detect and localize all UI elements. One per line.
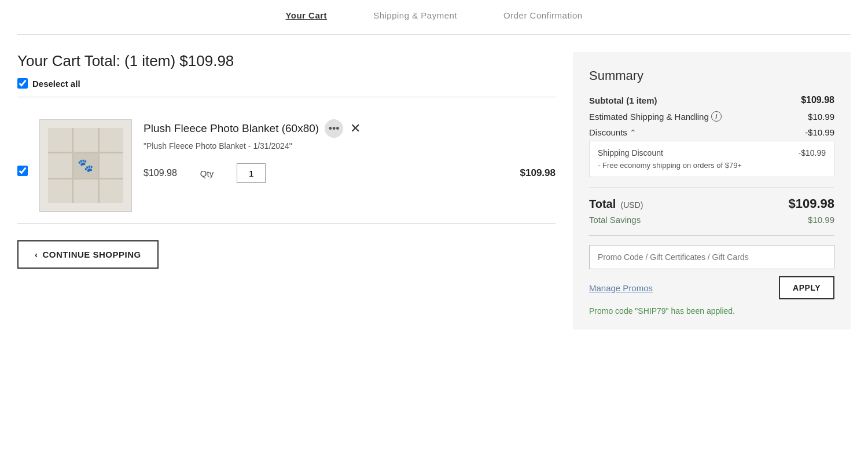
blanket-cell-8 <box>73 179 97 203</box>
item-subtitle: "Plush Fleece Photo Blanket - 1/31/2024" <box>144 141 556 151</box>
promo-code-input[interactable] <box>589 245 834 269</box>
steps-bar: Your Cart Shipping & Payment Order Confi… <box>17 0 851 35</box>
item-name-row: Plush Fleece Photo Blanket (60x80) ••• ✕ <box>144 119 556 138</box>
deselect-all-label: Deselect all <box>32 79 80 89</box>
blanket-cell-2 <box>73 128 97 152</box>
subtotal-value: $109.98 <box>801 95 834 105</box>
remove-item-button[interactable]: ✕ <box>349 120 362 137</box>
shipping-value: $10.99 <box>808 112 834 122</box>
item-price: $109.98 <box>144 168 177 178</box>
cart-title: Your Cart Total: (1 item) $109.98 <box>17 52 556 70</box>
total-value: $109.98 <box>788 196 834 211</box>
total-divider <box>589 188 834 188</box>
total-usd: (USD) <box>620 200 643 210</box>
blanket-cell-9 <box>100 179 123 203</box>
discount-box-row: Shipping Discount -$10.99 <box>598 148 826 157</box>
quantity-input[interactable] <box>237 163 266 183</box>
shipping-label: Estimated Shipping & Handling i <box>589 111 722 122</box>
qty-label: Qty <box>200 168 214 178</box>
item-checkbox-wrapper <box>17 166 28 178</box>
item-total: $109.98 <box>520 167 556 179</box>
deselect-all-checkbox[interactable] <box>17 78 28 89</box>
shipping-label-text: Estimated Shipping & Handling <box>589 112 709 122</box>
item-name: Plush Fleece Photo Blanket (60x80) <box>144 122 319 135</box>
step-shipping[interactable]: Shipping & Payment <box>373 10 457 20</box>
shipping-discount-value: -$10.99 <box>799 148 826 157</box>
shipping-row: Estimated Shipping & Handling i $10.99 <box>589 111 834 122</box>
promo-actions: Manage Promos APPLY <box>589 276 834 299</box>
discount-box: Shipping Discount -$10.99 - Free economy… <box>589 141 834 177</box>
blanket-grid: 🐾 <box>48 128 123 203</box>
summary-panel: Summary Subtotal (1 item) $109.98 Estima… <box>573 52 851 329</box>
savings-value: $10.99 <box>808 215 834 225</box>
back-arrow-icon: ‹ <box>35 250 38 259</box>
item-image: 🐾 <box>39 119 132 212</box>
savings-label: Total Savings <box>589 215 641 225</box>
paw-icon: 🐾 <box>78 158 93 173</box>
info-icon[interactable]: i <box>711 111 722 122</box>
total-label-text: Total <box>589 197 616 210</box>
savings-row: Total Savings $10.99 <box>589 215 834 225</box>
blanket-cell-6 <box>100 153 123 177</box>
blanket-cell-4 <box>48 153 72 177</box>
subtotal-label: Subtotal (1 item) <box>589 96 657 105</box>
cart-item: 🐾 Plush Fleece Photo Blanket (60x80) •••… <box>17 108 556 224</box>
discounts-label-text: Discounts <box>589 127 627 137</box>
blanket-cell-1 <box>48 128 72 152</box>
item-details: Plush Fleece Photo Blanket (60x80) ••• ✕… <box>144 119 556 183</box>
blanket-cell-3 <box>100 128 123 152</box>
total-label: Total (USD) <box>589 197 643 211</box>
blanket-cell-center: 🐾 <box>73 153 97 177</box>
deselect-row: Deselect all <box>17 78 556 97</box>
total-row: Total (USD) $109.98 <box>589 196 834 211</box>
shipping-discount-label: Shipping Discount <box>598 148 663 157</box>
discounts-row: Discounts ⌃ -$10.99 <box>589 127 834 137</box>
main-layout: Your Cart Total: (1 item) $109.98 Desele… <box>17 52 851 329</box>
discount-box-note: - Free economy shipping on orders of $79… <box>598 161 826 170</box>
more-options-button[interactable]: ••• <box>325 119 343 138</box>
promo-divider <box>589 235 834 236</box>
apply-promo-button[interactable]: APPLY <box>779 276 834 299</box>
item-price-row: $109.98 Qty $109.98 <box>144 163 556 183</box>
discounts-value: -$10.99 <box>805 127 834 137</box>
promo-success-message: Promo code "SHIP79" has been applied. <box>589 306 834 316</box>
step-confirmation[interactable]: Order Confirmation <box>503 10 583 20</box>
subtotal-row: Subtotal (1 item) $109.98 <box>589 95 834 105</box>
manage-promos-link[interactable]: Manage Promos <box>589 283 653 293</box>
continue-shopping-label: CONTINUE SHOPPING <box>43 250 141 259</box>
chevron-up-icon[interactable]: ⌃ <box>630 128 637 137</box>
blanket-cell-7 <box>48 179 72 203</box>
step-cart[interactable]: Your Cart <box>285 10 327 20</box>
continue-shopping-button[interactable]: ‹ CONTINUE SHOPPING <box>17 240 159 269</box>
item-checkbox[interactable] <box>17 166 28 176</box>
summary-title: Summary <box>589 68 834 83</box>
discounts-label: Discounts ⌃ <box>589 127 637 137</box>
left-column: Your Cart Total: (1 item) $109.98 Desele… <box>17 52 556 269</box>
